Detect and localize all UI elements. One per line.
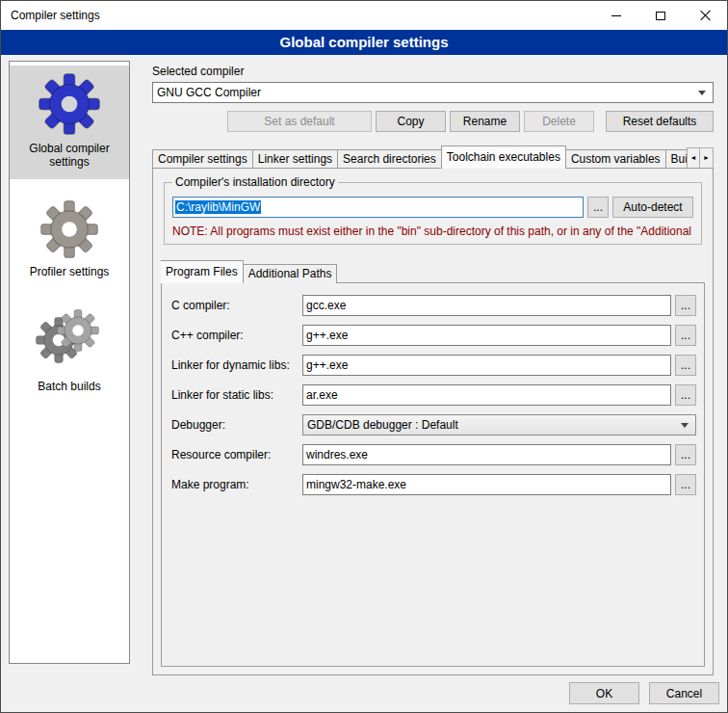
- tab-scroll-left-button[interactable]: ◄: [687, 147, 700, 169]
- tab-label: Custom variables: [571, 152, 661, 166]
- make-program-label: Make program:: [171, 478, 302, 491]
- linker-static-input[interactable]: [302, 384, 671, 406]
- settings-category-sidebar: Global compiler settings Profiler settin…: [9, 61, 130, 664]
- selected-compiler-dropdown[interactable]: GNU GCC Compiler: [152, 82, 714, 103]
- tab-search-directories[interactable]: Search directories: [338, 149, 442, 169]
- window-title: Compiler settings: [1, 9, 100, 22]
- tabs: Compiler settings Linker settings Search…: [152, 145, 687, 169]
- tab-linker-settings[interactable]: Linker settings: [253, 149, 338, 169]
- selected-compiler-value: GNU GCC Compiler: [157, 86, 698, 99]
- chevron-down-icon: [681, 423, 689, 428]
- program-files-page: C compiler: ... C++ compiler: ... Linker…: [161, 282, 705, 667]
- linker-dynamic-label: Linker for dynamic libs:: [171, 358, 302, 372]
- selected-compiler-label: Selected compiler: [152, 65, 714, 78]
- debugger-dropdown[interactable]: GDB/CDB debugger : Default: [302, 414, 696, 436]
- chevron-down-icon: [698, 91, 706, 95]
- ok-button[interactable]: OK: [569, 682, 639, 704]
- sidebar-item-label: Global compiler settings: [12, 143, 127, 170]
- toolchain-executables-page: Compiler's installation directory C:\ray…: [152, 168, 714, 675]
- resource-compiler-browse-button[interactable]: ...: [675, 444, 696, 465]
- window-titlebar[interactable]: Compiler settings: [1, 1, 727, 30]
- linker-dynamic-input[interactable]: [302, 355, 671, 376]
- tab-program-files[interactable]: Program Files: [161, 260, 244, 283]
- tab-build-options[interactable]: Builc: [666, 149, 687, 169]
- make-program-browse-button[interactable]: ...: [675, 474, 696, 495]
- copy-button[interactable]: Copy: [376, 111, 446, 132]
- dialog-footer: OK Cancel: [569, 682, 719, 704]
- resource-compiler-label: Resource compiler:: [171, 448, 302, 462]
- field-row-linker-dynamic: Linker for dynamic libs: ...: [171, 355, 696, 376]
- maximize-button[interactable]: [638, 1, 683, 30]
- linker-static-browse-button[interactable]: ...: [675, 384, 696, 406]
- c-compiler-label: C compiler:: [171, 299, 302, 312]
- sidebar-item-global-compiler-settings[interactable]: Global compiler settings: [10, 66, 129, 179]
- set-as-default-button[interactable]: Set as default: [227, 111, 372, 132]
- tab-label: Linker settings: [258, 152, 332, 166]
- tab-toolchain-executables[interactable]: Toolchain executables: [441, 145, 566, 169]
- tab-scrollers: ◄ ►: [687, 147, 714, 169]
- tab-label: Toolchain executables: [447, 150, 560, 164]
- tab-scroll-right-button[interactable]: ►: [700, 147, 714, 169]
- compiler-actions: Set as default Copy Rename Delete Reset …: [152, 111, 714, 132]
- make-program-input[interactable]: [302, 474, 671, 495]
- installation-directory-value: C:\raylib\MinGW: [175, 200, 261, 214]
- dialog-body: Global compiler settings Profiler settin…: [1, 55, 727, 712]
- sidebar-item-label: Profiler settings: [30, 266, 110, 279]
- resource-compiler-input[interactable]: [302, 444, 671, 465]
- rename-button[interactable]: Rename: [450, 111, 520, 132]
- c-compiler-input[interactable]: [302, 295, 671, 316]
- settings-tabstrip: Compiler settings Linker settings Search…: [152, 145, 714, 169]
- installation-directory-group-title: Compiler's installation directory: [172, 175, 338, 189]
- sidebar-item-batch-builds[interactable]: Batch builds: [10, 302, 129, 404]
- tab-custom-variables[interactable]: Custom variables: [566, 149, 666, 169]
- sidebar-item-profiler-settings[interactable]: Profiler settings: [10, 193, 129, 289]
- field-row-debugger: Debugger: GDB/CDB debugger : Default: [171, 414, 696, 436]
- close-icon: [699, 10, 711, 21]
- debugger-value: GDB/CDB debugger : Default: [307, 418, 681, 432]
- auto-detect-button[interactable]: Auto-detect: [612, 197, 693, 218]
- field-row-cpp-compiler: C++ compiler: ...: [171, 325, 696, 346]
- cancel-button[interactable]: Cancel: [649, 682, 719, 704]
- installation-directory-row: C:\raylib\MinGW ... Auto-detect: [172, 197, 693, 218]
- tab-label: Builc: [671, 152, 687, 166]
- gear-icon: [40, 200, 98, 258]
- tab-compiler-settings[interactable]: Compiler settings: [152, 149, 253, 169]
- cpp-compiler-label: C++ compiler:: [171, 329, 302, 342]
- debugger-label: Debugger:: [171, 418, 302, 432]
- close-button[interactable]: [683, 1, 727, 30]
- cpp-compiler-input[interactable]: [302, 325, 671, 346]
- maximize-icon: [656, 12, 665, 20]
- page-title: Global compiler settings: [1, 30, 727, 55]
- program-files-tabstrip: Program Files Additional Paths: [161, 260, 705, 283]
- tab-label: Compiler settings: [158, 152, 247, 166]
- field-row-resource-compiler: Resource compiler: ...: [171, 444, 696, 465]
- minimize-button[interactable]: [594, 1, 638, 30]
- reset-defaults-button[interactable]: Reset defaults: [606, 111, 714, 132]
- linker-static-label: Linker for static libs:: [171, 388, 302, 402]
- gears-icon: [36, 309, 103, 373]
- delete-button[interactable]: Delete: [524, 111, 594, 132]
- tab-label: Search directories: [343, 152, 436, 166]
- installation-directory-input[interactable]: C:\raylib\MinGW: [172, 197, 584, 218]
- field-row-c-compiler: C compiler: ...: [171, 295, 696, 316]
- compiler-settings-dialog: Compiler settings Global compiler settin…: [0, 0, 728, 713]
- field-row-linker-static: Linker for static libs: ...: [171, 384, 696, 406]
- cpp-compiler-browse-button[interactable]: ...: [675, 325, 696, 346]
- tab-additional-paths[interactable]: Additional Paths: [244, 264, 338, 283]
- main-panel: Selected compiler GNU GCC Compiler Set a…: [141, 55, 721, 675]
- window-controls: [594, 1, 727, 30]
- installation-directory-browse-button[interactable]: ...: [587, 197, 609, 218]
- minimize-icon: [611, 15, 621, 16]
- sidebar-item-label: Batch builds: [38, 381, 100, 394]
- gear-icon: [39, 73, 100, 135]
- tab-label: Additional Paths: [248, 267, 332, 280]
- tab-label: Program Files: [166, 265, 238, 278]
- linker-dynamic-browse-button[interactable]: ...: [675, 355, 696, 376]
- installation-directory-group: Compiler's installation directory C:\ray…: [164, 182, 702, 245]
- field-row-make-program: Make program: ...: [171, 474, 696, 495]
- c-compiler-browse-button[interactable]: ...: [675, 295, 696, 316]
- bin-subdirectory-note: NOTE: All programs must exist either in …: [172, 224, 693, 238]
